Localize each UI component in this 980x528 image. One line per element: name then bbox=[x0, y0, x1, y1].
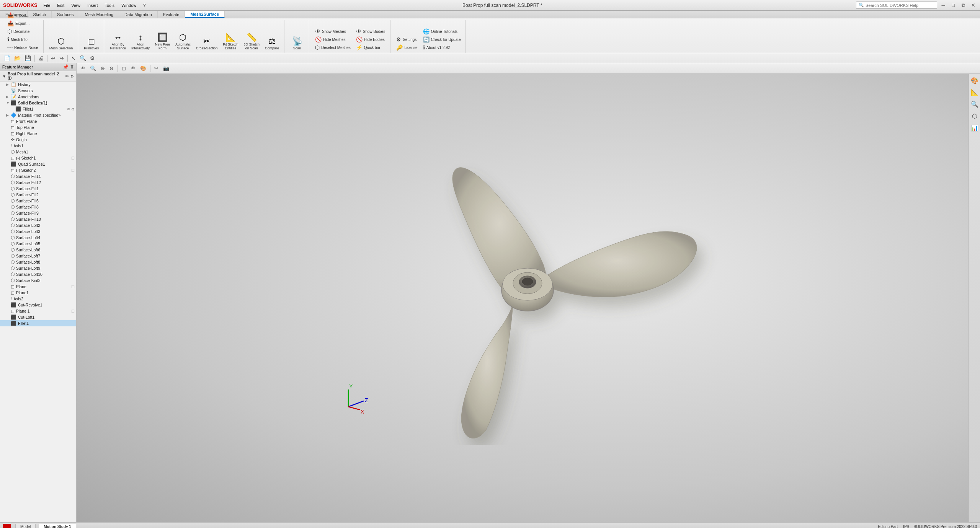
tree-item-solid-bodies[interactable]: ▼ ⬛ Solid Bodies(1) bbox=[0, 100, 76, 106]
tree-item-front-plane[interactable]: ◻ Front Plane bbox=[0, 118, 76, 124]
tree-item-axis1[interactable]: / Axis1 bbox=[0, 143, 76, 149]
print-button[interactable]: 🖨 bbox=[37, 54, 45, 62]
tree-item-fillet1-body[interactable]: ⬛ Fillet1 👁 ⚙ bbox=[0, 106, 76, 112]
new-button[interactable]: 📄 bbox=[2, 54, 12, 62]
tree-item-fillet1[interactable]: ⬛ Fillet1 bbox=[0, 320, 76, 326]
tree-item-surface-loft9[interactable]: ⬡ Surface-Loft9 bbox=[0, 265, 76, 271]
tree-item-annotations[interactable]: ▶ 📝 Annotations bbox=[0, 94, 76, 100]
cross-section-button[interactable]: ✂ Cross-Section bbox=[194, 36, 220, 51]
right-panel-btn-2[interactable]: 📐 bbox=[970, 87, 979, 98]
mesh-info-button[interactable]: ℹ Mesh Info bbox=[5, 36, 40, 43]
tab-model[interactable]: Model bbox=[15, 524, 36, 528]
tree-item-right-plane[interactable]: ◻ Right Plane bbox=[0, 130, 76, 137]
tree-item-surface-fill11[interactable]: ⬡ Surface-Fill11 bbox=[0, 173, 76, 179]
show-bodies-button[interactable]: 👁 Show Bodies bbox=[354, 28, 387, 35]
tree-item-quad-surface1[interactable]: ⬛ Quad Surface1 bbox=[0, 161, 76, 167]
reduce-noise-button[interactable]: 〰 Reduce Noise bbox=[5, 44, 40, 51]
tree-item-surface-loft7[interactable]: ⬡ Surface-Loft7 bbox=[0, 253, 76, 259]
tree-item-surface-fill2[interactable]: ⬡ Surface-Fill2 bbox=[0, 192, 76, 198]
select-button[interactable]: ↖ bbox=[70, 54, 77, 62]
tab-mesh-modeling[interactable]: Mesh Modeling bbox=[79, 11, 119, 18]
tree-item-sensors[interactable]: 📡 Sensors bbox=[0, 88, 76, 94]
fit-sketch-entities-button[interactable]: 📐 Fit SketchEntities bbox=[221, 32, 240, 51]
tree-eye-icon[interactable]: 👁 bbox=[65, 74, 69, 78]
online-tutorials-button[interactable]: 🌐 Online Tutorials bbox=[421, 28, 463, 35]
quick-bar-button[interactable]: ⚡ Quick bar bbox=[354, 44, 387, 51]
display-style-button[interactable]: ◻ bbox=[120, 65, 127, 72]
right-panel-btn-3[interactable]: 🔍 bbox=[970, 99, 979, 109]
export-button[interactable]: 📤 Export... bbox=[5, 20, 40, 27]
zoom-in-button[interactable]: ⊕ bbox=[99, 65, 106, 72]
settings-button[interactable]: ⚙ Settings bbox=[394, 36, 419, 43]
appearance-button[interactable]: 🎨 bbox=[139, 65, 148, 72]
tree-gear-icon[interactable]: ⚙ bbox=[70, 74, 74, 78]
tree-item-history[interactable]: ▶ 📋 History bbox=[0, 81, 76, 88]
sidebar-expand-icon[interactable]: ⇈ bbox=[70, 64, 74, 70]
menu-help[interactable]: ? bbox=[140, 2, 149, 8]
zoom-fit-button[interactable]: 🔍 bbox=[88, 65, 98, 72]
tab-surfaces[interactable]: Surfaces bbox=[52, 11, 79, 18]
new-free-form-button[interactable]: 🔲 New FreeForm bbox=[153, 32, 172, 51]
tree-item-surface-fill1[interactable]: ⬡ Surface-Fill1 bbox=[0, 186, 76, 192]
primitives-button[interactable]: ◻ Primitives bbox=[82, 36, 101, 51]
tree-item-surface-loft6[interactable]: ⬡ Surface-Loft6 bbox=[0, 247, 76, 253]
tree-item-surface-knit3[interactable]: ⬡ Surface-Knit3 bbox=[0, 277, 76, 284]
tree-item-surface-fill8[interactable]: ⬡ Surface-Fill8 bbox=[0, 204, 76, 210]
tree-root-label[interactable]: Boat Prop full scan model_2 (D bbox=[8, 72, 64, 80]
show-meshes-button[interactable]: 👁 Show Meshes bbox=[313, 28, 353, 35]
tree-item-surface-fill12[interactable]: ⬡ Surface-Fill12 bbox=[0, 179, 76, 186]
menu-window[interactable]: Window bbox=[118, 2, 139, 8]
tree-item-surface-loft2[interactable]: ⬡ Surface-Loft2 bbox=[0, 222, 76, 228]
align-by-reference-button[interactable]: ↔ Align ByReference bbox=[108, 32, 128, 51]
tree-item-sketch2[interactable]: ◻ (-) Sketch2 ☐ bbox=[0, 167, 76, 173]
tree-item-cut-loft1[interactable]: ⬛ Cut-Loft1 bbox=[0, 314, 76, 320]
menu-tools[interactable]: Tools bbox=[101, 2, 118, 8]
tree-item-top-plane[interactable]: ◻ Top Plane bbox=[0, 124, 76, 130]
tree-item-cut-revolve1[interactable]: ⬛ Cut-Revolve1 bbox=[0, 302, 76, 308]
tree-item-surface-loft10[interactable]: ⬡ Surface-Loft10 bbox=[0, 271, 76, 277]
about-button[interactable]: ℹ About v1.2.92 bbox=[421, 44, 463, 51]
camera-button[interactable]: 📷 bbox=[162, 65, 171, 72]
tree-item-surface-loft3[interactable]: ⬡ Surface-Loft3 bbox=[0, 228, 76, 235]
sidebar-pin-icon[interactable]: 📌 bbox=[63, 64, 69, 70]
check-for-update-button[interactable]: 🔄 Check for Update bbox=[421, 36, 463, 43]
3d-sketch-on-scan-button[interactable]: 📏 3D Sketchon Scan bbox=[242, 32, 262, 51]
restore-button[interactable]: □ bbox=[949, 2, 957, 9]
tree-item-mesh1[interactable]: ⬡ Mesh1 bbox=[0, 149, 76, 155]
align-interactively-button[interactable]: ↕ AlignInteractively bbox=[129, 32, 152, 51]
hide-show-button[interactable]: 👁 bbox=[129, 65, 137, 72]
open-button[interactable]: 📂 bbox=[13, 54, 22, 62]
tree-item-sketch1[interactable]: ◻ (-) Sketch1 ☐ bbox=[0, 155, 76, 161]
rebuild-button[interactable]: ⚙ bbox=[88, 54, 96, 62]
right-panel-btn-4[interactable]: ⬡ bbox=[971, 111, 978, 121]
tree-item-plane[interactable]: ◻ Plane ☐ bbox=[0, 284, 76, 290]
tree-item-axis2[interactable]: / Axis2 bbox=[0, 296, 76, 302]
undo-button[interactable]: ↩ bbox=[49, 54, 57, 62]
compare-button[interactable]: ⚖ Compare bbox=[263, 36, 281, 51]
hide-bodies-button[interactable]: 🚫 Hide Bodies bbox=[354, 36, 387, 43]
sketch1-eye-icon[interactable]: ☐ bbox=[71, 156, 75, 160]
menu-insert[interactable]: Insert bbox=[84, 2, 101, 8]
tree-item-surface-fill9[interactable]: ⬡ Surface-Fill9 bbox=[0, 210, 76, 216]
minimize-button[interactable]: ─ bbox=[939, 2, 947, 9]
tree-item-surface-loft5[interactable]: ⬡ Surface-Loft5 bbox=[0, 241, 76, 247]
deselect-meshes-button[interactable]: ⬡ Deselect Meshes bbox=[313, 44, 353, 51]
plane-eye-icon[interactable]: ☐ bbox=[71, 285, 75, 289]
tree-item-surface-loft4[interactable]: ⬡ Surface-Loft4 bbox=[0, 235, 76, 241]
menu-file[interactable]: File bbox=[41, 2, 54, 8]
right-panel-btn-5[interactable]: 📊 bbox=[970, 123, 979, 133]
automatic-surface-button[interactable]: ⬡ AutomaticSurface bbox=[173, 32, 193, 51]
zoom-button[interactable]: 🔍 bbox=[78, 54, 88, 62]
tree-item-plane1[interactable]: ◻ Plane1 bbox=[0, 290, 76, 296]
maximize-button[interactable]: ⧉ bbox=[959, 2, 967, 9]
license-button[interactable]: 🔑 License bbox=[394, 44, 419, 51]
3d-viewport[interactable]: Z Y X 🎨 📐 🔍 ⬡ 📊 bbox=[77, 74, 980, 522]
section-view-button[interactable]: ✂ bbox=[153, 65, 160, 72]
tree-item-origin[interactable]: ✛ Origin bbox=[0, 137, 76, 143]
tree-item-surface-fill6[interactable]: ⬡ Surface-Fill6 bbox=[0, 198, 76, 204]
menu-edit[interactable]: Edit bbox=[54, 2, 67, 8]
menu-view[interactable]: View bbox=[68, 2, 83, 8]
tree-item-plane-1[interactable]: ◻ Plane 1 ☐ bbox=[0, 308, 76, 314]
save-button[interactable]: 💾 bbox=[23, 54, 33, 62]
sketch2-checkbox-icon[interactable]: ☐ bbox=[71, 168, 75, 173]
